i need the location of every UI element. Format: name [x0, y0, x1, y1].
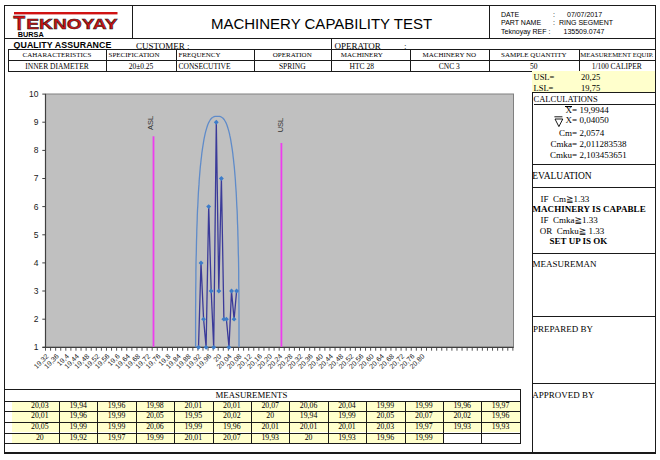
- svg-text:6: 6: [34, 202, 39, 212]
- svg-text:7: 7: [34, 173, 39, 183]
- svg-text:9: 9: [34, 117, 39, 127]
- svg-text:8: 8: [34, 145, 39, 155]
- svg-text:10: 10: [29, 89, 39, 99]
- svg-text:1: 1: [34, 342, 39, 352]
- svg-text:3: 3: [34, 286, 39, 296]
- svg-text:5: 5: [34, 230, 39, 240]
- svg-text:ASL: ASL: [146, 116, 155, 130]
- svg-text:4: 4: [34, 258, 39, 268]
- svg-text:2: 2: [34, 314, 39, 324]
- svg-text:USL: USL: [276, 118, 285, 133]
